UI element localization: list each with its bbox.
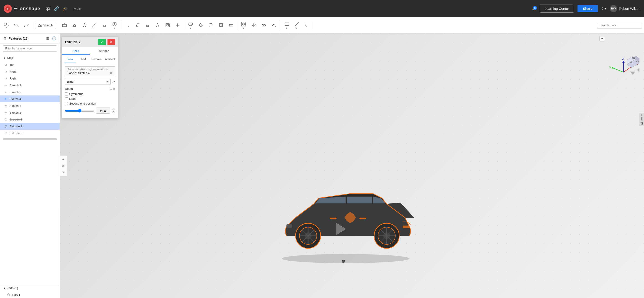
toolbar-measure-button[interactable]: ▾	[292, 21, 301, 30]
feature-front[interactable]: □ Front	[0, 68, 60, 75]
symmetric-checkbox[interactable]	[65, 93, 68, 96]
plane-icon-front: □	[4, 70, 8, 74]
extrude-panel: Extrude 2 ✓ ✕ Solid Surface New Add Remo…	[62, 37, 118, 118]
right-panel-btn2[interactable]: ▐	[640, 117, 644, 121]
toolbar-sweep-button[interactable]	[90, 22, 99, 29]
sketch-icon-5: ✏	[4, 90, 8, 94]
learning-center-button[interactable]: Learning Center	[540, 5, 574, 13]
toolbar-loft-button[interactable]	[100, 22, 109, 29]
view-dropdown-button[interactable]: ▾	[599, 36, 605, 42]
quick-panel-add-button[interactable]: +	[61, 157, 66, 162]
toolbar-revolve-button[interactable]	[80, 22, 89, 29]
feature-sketch5[interactable]: ✏ Sketch 5	[0, 89, 60, 96]
subtab-add[interactable]: Add	[77, 57, 90, 62]
toolbar-hole-button[interactable]	[143, 22, 152, 29]
toolbar-draft-button[interactable]	[153, 22, 162, 29]
depth-value: 1 in	[110, 87, 115, 90]
toolbar-plane-button[interactable]	[60, 22, 69, 29]
quick-panel-history-button[interactable]: ⟳	[61, 170, 66, 175]
nav-cube[interactable]: X Y Z Left Top Front	[608, 56, 640, 88]
second-end-checkbox[interactable]	[65, 102, 68, 105]
extrude-confirm-button[interactable]: ✓	[98, 39, 106, 45]
subtab-new[interactable]: New	[64, 57, 76, 62]
feature-extrude3[interactable]: ⬡ Extrude 3	[0, 130, 60, 136]
tab-solid[interactable]: Solid	[62, 47, 90, 55]
part1-label: Part 1	[12, 293, 20, 296]
help-icon: ?	[602, 7, 603, 11]
origin-header[interactable]: ▶ Origin	[4, 55, 56, 60]
extrude-cancel-button[interactable]: ✕	[108, 39, 115, 45]
feature-top-label: Top	[10, 63, 14, 67]
right-panel-btn3[interactable]: ◨	[640, 121, 644, 125]
help-circle-button[interactable]: ?	[112, 108, 115, 113]
subtab-intersect[interactable]: Intersect	[104, 57, 116, 62]
feature-extrude2-label: Extrude 2	[10, 125, 22, 128]
draft-checkbox[interactable]	[65, 97, 68, 100]
undo-button[interactable]	[12, 22, 21, 29]
panel-grid-icon[interactable]: ⊞	[46, 36, 50, 41]
toolbar-settings-button[interactable]	[2, 22, 11, 29]
toolbar-pattern-button[interactable]: ▾	[239, 21, 248, 30]
toolbar-extrude-button[interactable]	[70, 22, 79, 29]
user-name-label: Robert Wilson	[619, 7, 640, 11]
tab-surface[interactable]: Surface	[90, 47, 118, 55]
flip-direction-button[interactable]: ↗	[112, 80, 115, 84]
feature-right[interactable]: □ Right	[0, 75, 60, 82]
learn-button[interactable]: 🎓	[62, 6, 68, 12]
feature-extrude1[interactable]: ⬡ Extrude 1	[0, 116, 60, 123]
second-end-label: Second end position	[69, 102, 96, 105]
toolbar-delete-face-button[interactable]	[206, 22, 215, 29]
svg-line-21	[612, 68, 624, 72]
toolbar-rib-button[interactable]	[173, 22, 182, 29]
filter-input[interactable]	[3, 45, 57, 52]
blind-row: Blind Symmetric Through All Up to Face U…	[65, 79, 115, 85]
toolbar-chamfer-button[interactable]	[133, 22, 142, 29]
feature-top[interactable]: □ Top	[0, 61, 60, 68]
right-panel-btn1[interactable]: ≡	[640, 114, 644, 116]
app-name-label: onshape	[20, 6, 40, 12]
hamburger-menu-button[interactable]: ☰	[14, 6, 18, 12]
feature-extrude2[interactable]: ⬡ Extrude 2	[0, 123, 60, 130]
sketch-button[interactable]: Sketch	[35, 22, 56, 29]
feature-sketch4[interactable]: ✏ Sketch 4	[0, 96, 60, 102]
link-button[interactable]: 🔗	[54, 6, 59, 11]
search-tools-input[interactable]	[597, 22, 642, 29]
face-selector[interactable]: Faces and sketch regions to extrude Face…	[65, 66, 115, 76]
feature-extrude1-label: Extrude 1	[10, 118, 22, 121]
toolbar-divider-6	[280, 21, 280, 30]
feature-list: ▶ Origin □ Top □ Front □ Right ✏	[0, 54, 60, 285]
toolbar-move-face-button[interactable]	[196, 22, 205, 29]
redo-button[interactable]	[22, 22, 31, 29]
notifications-button[interactable]: 🔔 8	[532, 7, 536, 10]
feature-sketch2[interactable]: ✏ Sketch 2	[0, 109, 60, 116]
toolbar-dropdown-1-button[interactable]: ▾	[110, 21, 119, 30]
horizontal-scrollbar[interactable]	[3, 138, 57, 140]
final-button[interactable]: Final	[96, 108, 110, 114]
toolbar-measure-chevron: ▾	[296, 27, 297, 29]
depth-slider[interactable]	[65, 109, 94, 113]
clear-face-button[interactable]: ✕	[110, 71, 112, 75]
feature-sketch1[interactable]: ✏ Sketch 1	[0, 102, 60, 109]
toolbar-mate-button[interactable]	[259, 22, 268, 29]
toolbar-fillet-button[interactable]	[123, 22, 132, 29]
share-button[interactable]: Share	[578, 5, 598, 12]
toolbar-boolean-button[interactable]: ▾	[186, 21, 195, 30]
feature-sketch3[interactable]: ✏ Sketch 3	[0, 82, 60, 89]
symmetric-label: Symmetric	[69, 92, 83, 96]
parts-header[interactable]: ▾ Parts (1)	[0, 285, 60, 291]
avatar: RW	[610, 5, 617, 12]
blind-select[interactable]: Blind Symmetric Through All Up to Face U…	[65, 79, 111, 85]
toolbar-dropdown-2-button[interactable]: ▾	[282, 21, 291, 30]
toolbar-curve-button[interactable]	[269, 22, 278, 29]
subtab-remove[interactable]: Remove	[90, 57, 103, 62]
toolbar-mirror-button[interactable]	[249, 22, 258, 29]
panel-settings-icon[interactable]: ⚙	[3, 36, 7, 41]
help-button[interactable]: ? ▾	[602, 7, 606, 11]
toolbar-thicken-button[interactable]	[226, 22, 235, 29]
part1-item[interactable]: ⬡ Part 1	[0, 291, 60, 298]
panel-clock-icon[interactable]: 🕐	[52, 36, 57, 41]
toolbar-coordinate-button[interactable]	[302, 22, 311, 29]
toolbar-offset-button[interactable]	[216, 22, 225, 29]
toolbar-shell-button[interactable]	[163, 22, 172, 29]
quick-panel-eye-button[interactable]: 👁	[61, 163, 66, 169]
